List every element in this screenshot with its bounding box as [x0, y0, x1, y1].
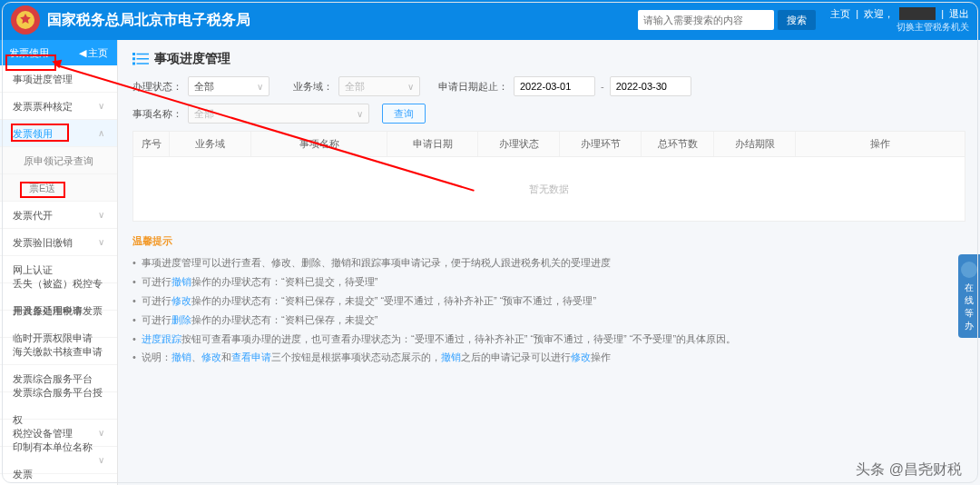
sidebar: 发票使用 ◀ 主页 事项进度管理发票票种核定∨发票领用∧原申领记录查询票E送发票… — [0, 40, 118, 485]
sidebar-item-label: 事项进度管理 — [13, 65, 73, 93]
domain-select[interactable]: 全部∨ — [338, 76, 420, 96]
svg-rect-2 — [137, 54, 150, 55]
tip-text: 、 — [191, 351, 201, 362]
sidebar-item-label: 发票票种核定 — [13, 93, 73, 120]
tips-list: 事项进度管理可以进行查看、修改、删除、撤销和跟踪事项申请记录，便于纳税人跟进税务… — [132, 253, 965, 367]
table-head: 序号业务域事项名称申请日期办理状态办理环节总环节数办结期限操作 — [133, 132, 965, 157]
domain-label: 业务域： — [288, 80, 333, 94]
sidebar-item[interactable]: 发票综合服务平台授权 — [0, 392, 117, 420]
sidebar-item[interactable]: 票E送 — [0, 174, 117, 202]
chevron-icon: ∨ — [98, 93, 104, 120]
tip-link[interactable]: 修改 — [172, 295, 191, 306]
chevron-down-icon: ∨ — [257, 82, 263, 92]
sidebar-item[interactable]: 海关缴款书核查申请 — [0, 338, 117, 365]
user-name-masked — [899, 7, 936, 20]
filter-row-2: 事项名称： 全部∨ 查询 — [132, 104, 965, 124]
query-button[interactable]: 查询 — [382, 104, 426, 124]
sidebar-item[interactable]: 事项进度管理 — [0, 65, 117, 93]
svg-rect-4 — [137, 58, 150, 60]
name-value: 全部 — [194, 107, 214, 121]
chevron-down-icon: ∨ — [407, 82, 414, 92]
filter-row-1: 办理状态： 全部∨ 业务域： 全部∨ 申请日期起止： - — [132, 76, 965, 96]
switch-authority-link[interactable]: 切换主管税务机关 — [897, 21, 969, 34]
table-column-header: 办理环节 — [560, 132, 642, 156]
tip-item: 可进行撤销操作的办理状态有：“资料已提交，待受理” — [132, 272, 965, 292]
welcome-label: 欢迎， — [864, 7, 894, 21]
sidebar-item[interactable]: 发票领用∧ — [0, 120, 117, 147]
sidebar-category[interactable]: 发票使用 — [9, 46, 49, 60]
app-header: 国家税务总局北京市电子税务局 搜索 主页 | 欢迎， | 退出 切换主管税务机关 — [0, 0, 980, 40]
tip-link[interactable]: 修改 — [201, 351, 221, 362]
logout-link[interactable]: 退出 — [949, 7, 969, 21]
app-logo — [11, 5, 40, 35]
float-helper[interactable]: 在 线 等 办 — [958, 254, 980, 338]
tip-link[interactable]: 撤销 — [441, 351, 461, 362]
sidebar-item[interactable]: 发票验旧缴销∨ — [0, 229, 117, 256]
body: 发票使用 ◀ 主页 事项进度管理发票票种核定∨发票领用∧原申领记录查询票E送发票… — [0, 40, 980, 485]
svg-rect-6 — [137, 63, 150, 64]
result-table: 序号业务域事项名称申请日期办理状态办理环节总环节数办结期限操作 暂无数据 — [132, 131, 965, 222]
sidebar-item[interactable]: 发票代开∨ — [0, 202, 117, 229]
sep: | — [941, 8, 944, 19]
main-content: 事项进度管理 办理状态： 全部∨ 业务域： 全部∨ 申请日期起止： - 事项名称… — [118, 40, 980, 485]
app-title: 国家税务总局北京市电子税务局 — [47, 11, 250, 30]
date-label: 申请日期起止： — [438, 80, 508, 94]
tip-text: 三个按钮是根据事项状态动态展示的， — [271, 351, 441, 362]
tip-item: 事项进度管理可以进行查看、修改、删除、撤销和跟踪事项申请记录，便于纳税人跟进税务… — [132, 253, 965, 272]
page-title: 事项进度管理 — [132, 51, 965, 67]
helper-avatar-icon — [961, 262, 977, 278]
chevron-icon: ∨ — [98, 447, 104, 474]
sidebar-item[interactable]: 原申领记录查询 — [0, 147, 117, 174]
tip-text: 操作的办理状态有：“资料已提交，待受理” — [191, 276, 377, 287]
sidebar-item-label: 海关缴款书核查申请 — [13, 338, 103, 365]
page-title-text: 事项进度管理 — [154, 51, 230, 67]
date-from-input[interactable] — [514, 76, 595, 96]
tip-text: 和 — [221, 351, 231, 362]
search-button[interactable]: 搜索 — [778, 10, 816, 30]
home-link[interactable]: 主页 — [830, 7, 850, 21]
tip-item: 进度跟踪按钮可查看事项办理的进度，也可查看办理状态为：“受理不通过，待补齐补正”… — [132, 330, 965, 349]
watermark: 头条 @昌尧财税 — [856, 460, 962, 480]
sidebar-item-label: 发票领用 — [13, 120, 53, 147]
table-column-header: 办结期限 — [714, 132, 796, 156]
tip-text: 操作 — [591, 351, 611, 362]
header-links: 主页 | 欢迎， | 退出 切换主管税务机关 — [830, 7, 969, 34]
tip-text: 事项进度管理可以进行查看、修改、删除、撤销和跟踪事项申请记录，便于纳税人跟进税务… — [142, 257, 611, 268]
sidebar-item[interactable]: 开具原适用税率发票临时开票权限申请 — [0, 311, 117, 338]
status-label: 办理状态： — [132, 80, 182, 94]
chevron-icon: ∨ — [98, 229, 104, 256]
tip-link[interactable]: 查看申请 — [231, 351, 271, 362]
date-to-input[interactable] — [610, 76, 691, 96]
table-column-header: 办理状态 — [478, 132, 560, 156]
tip-text: 之后的申请记录可以进行 — [461, 351, 571, 362]
svg-rect-5 — [132, 63, 135, 65]
tip-text: 可进行 — [142, 314, 172, 325]
domain-value: 全部 — [345, 80, 365, 94]
chevron-down-icon: ∨ — [357, 109, 363, 119]
sidebar-home-link[interactable]: ◀ 主页 — [79, 46, 108, 60]
sidebar-item-label: 发票验旧缴销 — [13, 229, 73, 256]
chevron-left-icon: ◀ — [79, 47, 86, 59]
tip-text: 按钮可查看事项办理的进度，也可查看办理状态为：“受理不通过，待补齐补正” “预审… — [181, 333, 736, 344]
chevron-icon: ∧ — [98, 120, 104, 147]
sidebar-item[interactable]: 印制有本单位名称发票∨ — [0, 447, 117, 474]
emblem-icon — [15, 9, 36, 31]
tip-item: 可进行删除操作的办理状态有：“资料已保存，未提交” — [132, 311, 965, 330]
search-input[interactable] — [638, 10, 774, 30]
table-column-header: 业务域 — [170, 132, 251, 156]
sidebar-item[interactable]: 发票票种核定∨ — [0, 93, 117, 120]
tip-link[interactable]: 撤销 — [172, 276, 191, 287]
status-value: 全部 — [194, 80, 214, 94]
tip-link[interactable]: 修改 — [571, 351, 591, 362]
sidebar-item-label: 印制有本单位名称发票 — [13, 433, 98, 486]
list-icon — [132, 53, 149, 65]
tip-text: 操作的办理状态有：“资料已保存，未提交” — [191, 314, 377, 325]
svg-rect-3 — [132, 57, 135, 60]
tip-link[interactable]: 删除 — [172, 314, 191, 325]
tip-link[interactable]: 撤销 — [172, 351, 191, 362]
tip-link[interactable]: 进度跟踪 — [142, 333, 181, 344]
name-select[interactable]: 全部∨ — [188, 104, 369, 124]
sidebar-top: 发票使用 ◀ 主页 — [0, 40, 117, 65]
status-select[interactable]: 全部∨ — [188, 76, 270, 96]
chevron-icon: ∨ — [98, 202, 104, 229]
